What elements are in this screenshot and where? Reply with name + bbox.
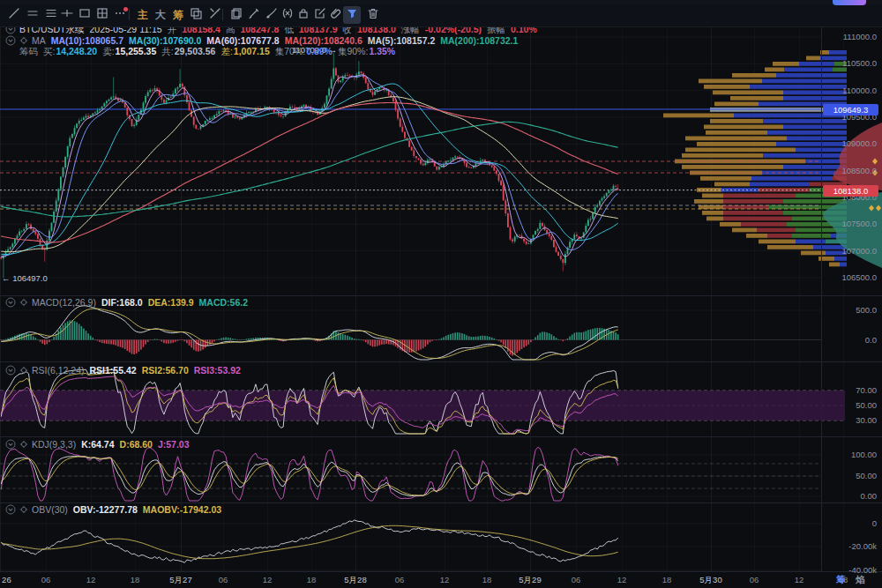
collapse-chevron-icon[interactable] bbox=[5, 504, 16, 515]
legend-segment: DIF:168.0 bbox=[101, 297, 143, 308]
indicator-settings-icon[interactable] bbox=[19, 298, 28, 307]
indicator-settings-icon[interactable] bbox=[19, 440, 28, 449]
legend-segment: DEA:139.9 bbox=[148, 297, 194, 308]
obv-line bbox=[1, 520, 617, 562]
rectangle-icon bbox=[78, 6, 92, 24]
time-axis-label[interactable]: 06 bbox=[572, 575, 581, 584]
legend-segment: MACD:56.2 bbox=[199, 297, 248, 308]
indicator-settings-icon[interactable] bbox=[19, 36, 28, 45]
legend-segment: OBV:-12277.78 bbox=[73, 504, 138, 515]
time-axis-label[interactable]: 5月28 bbox=[344, 575, 366, 586]
sep2 bbox=[222, 9, 223, 20]
drawing-toolbar: 主大筹 bbox=[0, 4, 882, 27]
funnel-icon bbox=[345, 6, 359, 24]
brush-icon bbox=[265, 6, 279, 24]
price-axis-label: 106500.0 bbox=[824, 272, 877, 282]
legend-segment: MA(200):108732.1 bbox=[440, 35, 518, 46]
obv-axis-label: -20.00k bbox=[824, 541, 877, 551]
lock-icon bbox=[296, 6, 310, 24]
legend-segment: 买: bbox=[43, 46, 55, 56]
rsi-band bbox=[0, 391, 845, 421]
indicator-settings-icon[interactable] bbox=[19, 505, 28, 514]
chip-profile-toggle[interactable]: 筹 bbox=[836, 574, 846, 586]
legend-segment: MA bbox=[32, 35, 46, 46]
kdj-axis-label: 0.00 bbox=[824, 491, 877, 501]
large-view-button[interactable]: 大 bbox=[152, 6, 169, 24]
time-axis-label[interactable]: 18 bbox=[662, 575, 672, 584]
legend-segment: RSI(6,12,24) bbox=[32, 365, 85, 376]
price-axis-label: 107000.0 bbox=[824, 246, 877, 256]
parallel-lines-icon bbox=[26, 6, 40, 24]
rsi-legend-row: RSI(6,12,24)RSI1:55.42RSI2:56.70RSI3:53.… bbox=[5, 365, 246, 376]
indicator-settings-icon[interactable] bbox=[19, 366, 28, 375]
time-axis-label[interactable]: 5月30 bbox=[699, 575, 721, 586]
time-axis-label[interactable]: 06 bbox=[41, 575, 51, 584]
time-axis-label[interactable]: 18 bbox=[482, 575, 492, 584]
time-axis-label[interactable]: 12 bbox=[263, 575, 273, 584]
collapse-chevron-icon[interactable] bbox=[5, 297, 16, 308]
maobv-line bbox=[1, 525, 617, 558]
overlay-squares-icon bbox=[189, 6, 203, 24]
circle-x-icon[interactable] bbox=[279, 6, 296, 24]
price-axis-label: 108500.0 bbox=[824, 166, 877, 175]
copy-icon bbox=[229, 6, 243, 24]
collapse-chevron-icon[interactable] bbox=[5, 35, 16, 46]
legend-segment: 共: bbox=[161, 46, 173, 56]
edit-box-icon[interactable] bbox=[311, 6, 329, 24]
copy-icon[interactable] bbox=[228, 6, 245, 24]
pen-slash-icon[interactable] bbox=[206, 6, 224, 24]
funnel-icon[interactable] bbox=[343, 6, 361, 24]
collapse-chevron-icon[interactable] bbox=[5, 439, 16, 450]
list-lines-icon[interactable] bbox=[42, 6, 60, 24]
trend-line-icon[interactable] bbox=[5, 6, 23, 24]
time-axis-label[interactable]: 06 bbox=[750, 575, 759, 584]
time-axis-label[interactable]: 5月27 bbox=[169, 575, 191, 586]
legend-segment: 差: bbox=[220, 46, 232, 56]
last-price-badge: 108138.0 bbox=[823, 185, 878, 197]
overlay-squares-icon[interactable] bbox=[187, 6, 205, 24]
rsi-axis-label: 50.00 bbox=[824, 400, 877, 410]
time-axis-label[interactable]: 06 bbox=[219, 575, 228, 584]
paperclip-icon[interactable] bbox=[327, 6, 345, 24]
crosshair-icon[interactable] bbox=[58, 6, 76, 24]
time-axis-label[interactable]: 18 bbox=[131, 575, 140, 584]
time-axis-label[interactable]: 5月26 bbox=[0, 575, 11, 586]
time-axis-label[interactable]: 12 bbox=[86, 575, 96, 584]
more-tools-icon[interactable] bbox=[111, 6, 129, 24]
time-axis-label[interactable]: 12 bbox=[440, 575, 450, 584]
legend-segment: MA(30):107690.0 bbox=[129, 35, 201, 46]
notification-dot bbox=[123, 7, 128, 11]
main-chart-button[interactable]: 主 bbox=[134, 6, 152, 24]
kdj-axis-label: 50.00 bbox=[824, 471, 877, 480]
ma10-line bbox=[1, 76, 617, 257]
grid-icon[interactable] bbox=[93, 6, 111, 24]
legend-segment: MA(5):108157.2 bbox=[368, 35, 435, 46]
rectangle-icon[interactable] bbox=[76, 6, 93, 24]
time-axis-label[interactable]: 06 bbox=[395, 575, 405, 584]
price-axis-label: 109000.0 bbox=[824, 138, 877, 148]
pencil-icon[interactable] bbox=[245, 6, 263, 24]
paperclip-icon bbox=[329, 6, 343, 24]
lock-icon[interactable] bbox=[295, 6, 312, 24]
gradient-pill-button[interactable] bbox=[833, 0, 866, 5]
brush-icon[interactable] bbox=[263, 6, 280, 24]
time-axis-label[interactable]: 18 bbox=[307, 575, 317, 584]
legend-segment: 1,007.15 bbox=[234, 46, 270, 56]
legend-segment: 0.89% bbox=[306, 46, 333, 56]
heat-toggle[interactable]: 焰 bbox=[856, 574, 865, 586]
collapse-chevron-icon[interactable] bbox=[5, 365, 16, 376]
parallel-lines-icon[interactable] bbox=[24, 6, 41, 24]
time-axis-label[interactable]: 5月29 bbox=[519, 575, 541, 586]
legend-segment: 集70%: bbox=[275, 46, 305, 56]
trash-icon bbox=[366, 6, 380, 24]
time-axis-label[interactable]: 12 bbox=[617, 575, 627, 584]
dif-line bbox=[1, 306, 617, 360]
grid-icon bbox=[95, 6, 109, 24]
main-chart[interactable] bbox=[0, 0, 882, 588]
price-axis-label: 111000.0 bbox=[824, 32, 877, 41]
time-axis-label[interactable]: 12 bbox=[795, 575, 804, 584]
trash-icon[interactable] bbox=[364, 6, 382, 24]
chip-distribution-button[interactable]: 筹 bbox=[169, 6, 187, 24]
legend-segment: 14,248.20 bbox=[56, 46, 97, 56]
trading-chart-app: { "palette":{"sym":"#ccd2dc","lbl":"#8b9… bbox=[0, 0, 882, 588]
